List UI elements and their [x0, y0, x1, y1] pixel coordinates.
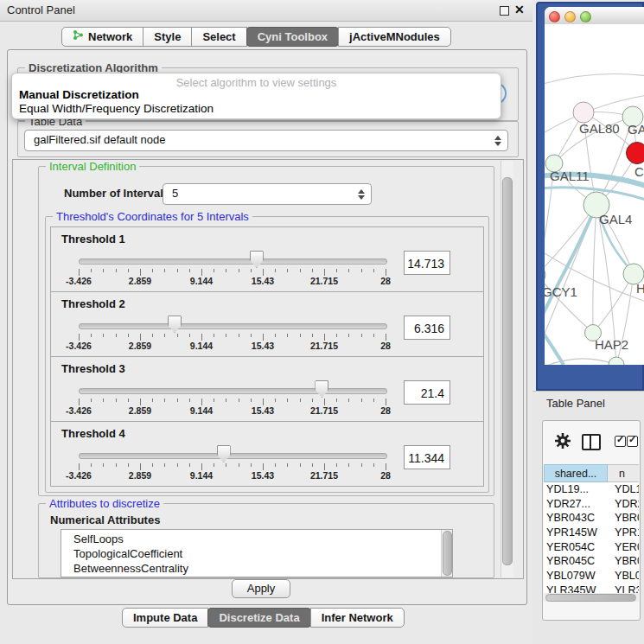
tick-mark: [201, 399, 202, 405]
tick-mark: [189, 399, 190, 402]
threshold-value-field[interactable]: 14.713: [404, 251, 450, 275]
zoom-traffic-light-icon[interactable]: [580, 11, 591, 22]
tick-mark: [201, 269, 202, 276]
stepper-arrows-icon: [494, 136, 501, 146]
attribute-item-selfloops[interactable]: SelfLoops: [61, 532, 452, 546]
thresholds-group-title: Threshold's Coordinates for 5 Intervals: [53, 210, 252, 223]
minimize-traffic-light-icon[interactable]: [564, 11, 576, 22]
close-traffic-light-icon[interactable]: [549, 11, 560, 22]
attribute-item-betweennesscentrality[interactable]: BetweennessCentrality: [61, 561, 452, 576]
checkbox-icon[interactable]: [615, 436, 626, 447]
tick-mark: [312, 463, 313, 467]
tick-mark: [287, 269, 288, 272]
tick-label: 21.715: [300, 276, 348, 286]
tab-select[interactable]: Select: [191, 27, 246, 47]
cell-name: YPR1: [615, 526, 639, 540]
cell-name: YLR3: [615, 583, 639, 593]
tick-mark: [324, 269, 325, 276]
table-scrollbar-thumb[interactable]: [545, 594, 636, 602]
column-header-shared-name[interactable]: shared...: [544, 464, 608, 482]
node-label-h: H: [636, 281, 644, 296]
cell-name: YBL0: [615, 569, 639, 583]
table-row[interactable]: YBL079WYBL0: [544, 569, 639, 583]
tick-label: 2.859: [116, 341, 164, 351]
settings-vertical-scrollbar[interactable]: [501, 161, 513, 577]
tick-mark: [91, 399, 92, 402]
threshold-row-2: Threshold 2-3.4262.8599.14415.4321.71528…: [50, 291, 484, 357]
column-header-name[interactable]: n: [608, 464, 639, 482]
threshold-row-3: Threshold 3-3.4262.8599.14415.4321.71528…: [50, 356, 484, 422]
tab-infer-network[interactable]: Infer Network: [310, 608, 405, 628]
table-row[interactable]: YPR145WYPR1: [544, 526, 639, 540]
cell-name: YBR0: [615, 554, 639, 569]
numerical-attributes-list[interactable]: SelfLoopsTopologicalCoefficientBetweenne…: [61, 529, 453, 577]
tab-impute-data[interactable]: Impute Data: [122, 608, 208, 628]
attributes-scrollbar-thumb[interactable]: [443, 531, 452, 576]
tick-mark: [336, 334, 337, 337]
slider-track[interactable]: [79, 453, 387, 459]
slider-thumb[interactable]: [217, 445, 231, 462]
node-label-gal11: GAL11: [550, 169, 590, 183]
network-canvas[interactable]: GAL80GACGAL11GAL4GCY1HHAP2: [545, 24, 644, 365]
table-row[interactable]: YLR345WYLR3: [544, 583, 639, 593]
tick-mark: [164, 334, 165, 337]
close-icon[interactable]: ✕: [514, 3, 525, 16]
slider-track[interactable]: [79, 323, 387, 329]
cell-shared-name: YDL19...: [546, 482, 589, 497]
tick-mark: [324, 399, 325, 405]
settings-scrollbar-thumb[interactable]: [502, 177, 513, 565]
checkbox-icon[interactable]: [627, 436, 638, 447]
tick-mark: [348, 399, 349, 402]
number-of-intervals-combobox[interactable]: 5: [163, 183, 372, 205]
tick-mark: [103, 334, 104, 337]
tab-cyni-toolbox[interactable]: Cyni Toolbox: [246, 27, 339, 47]
popup-item-equal-width-frequency[interactable]: Equal Width/Frequency Discretization: [16, 102, 217, 115]
tab-jactivemnodules[interactable]: jActiveMNodules: [338, 27, 451, 47]
tab-label: Cyni Toolbox: [258, 28, 328, 46]
table-row[interactable]: YER054CYER0: [544, 540, 639, 555]
tick-label: 15.43: [239, 405, 287, 416]
tick-mark: [373, 399, 374, 402]
gear-icon[interactable]: [554, 432, 571, 450]
tick-mark: [300, 334, 301, 337]
table-row[interactable]: YDR27...YDR2: [544, 497, 639, 512]
table-row[interactable]: YDL19...YDL1: [544, 482, 639, 497]
network-window-titlebar[interactable]: [545, 7, 644, 25]
tab-style[interactable]: Style: [143, 27, 192, 47]
slider-thumb[interactable]: [315, 380, 328, 398]
tick-label: 15.43: [239, 470, 287, 481]
tick-mark: [275, 399, 276, 402]
tick-mark: [214, 269, 214, 272]
apply-button[interactable]: Apply: [232, 579, 290, 598]
table-row[interactable]: YBR043CYBR0: [544, 511, 639, 526]
threshold-value-field[interactable]: 21.4: [404, 380, 450, 405]
table-row[interactable]: YBR045CYBR0: [544, 554, 639, 569]
tick-mark: [239, 269, 239, 272]
tab-discretize-data[interactable]: Discretize Data: [207, 608, 310, 628]
tick-mark: [275, 269, 276, 272]
network-window[interactable]: GAL80GACGAL11GAL4GCY1HHAP2: [545, 7, 644, 365]
tick-label: 9.144: [177, 405, 226, 416]
threshold-value-field[interactable]: 11.344: [404, 445, 450, 469]
tick-label: 2.859: [116, 405, 164, 416]
table-data-combobox[interactable]: galFiltered.sif default node: [24, 130, 508, 151]
slider-thumb[interactable]: [250, 251, 264, 268]
threshold-value-field[interactable]: 6.316: [404, 316, 450, 340]
tab-label: Discretize Data: [219, 609, 299, 627]
slider-track[interactable]: [79, 388, 387, 394]
tick-mark: [189, 334, 190, 337]
tick-label: 28: [361, 405, 410, 416]
popup-item-manual-discretization[interactable]: Manual Discretization: [16, 88, 143, 101]
split-columns-icon[interactable]: [582, 434, 601, 450]
attribute-item-topologicalcoefficient[interactable]: TopologicalCoefficient: [61, 546, 452, 561]
slider-thumb[interactable]: [168, 316, 182, 333]
slider-track[interactable]: [79, 258, 387, 265]
tab-label: Select: [202, 28, 235, 46]
tick-label: -3.426: [54, 276, 103, 286]
cell-shared-name: YBR045C: [546, 554, 595, 569]
cell-name: YBR0: [615, 511, 639, 526]
tab-network[interactable]: Network: [61, 27, 143, 47]
table-horizontal-scrollbar[interactable]: [544, 593, 639, 602]
attributes-list-scrollbar[interactable]: [441, 530, 452, 577]
float-window-icon[interactable]: [500, 6, 509, 16]
